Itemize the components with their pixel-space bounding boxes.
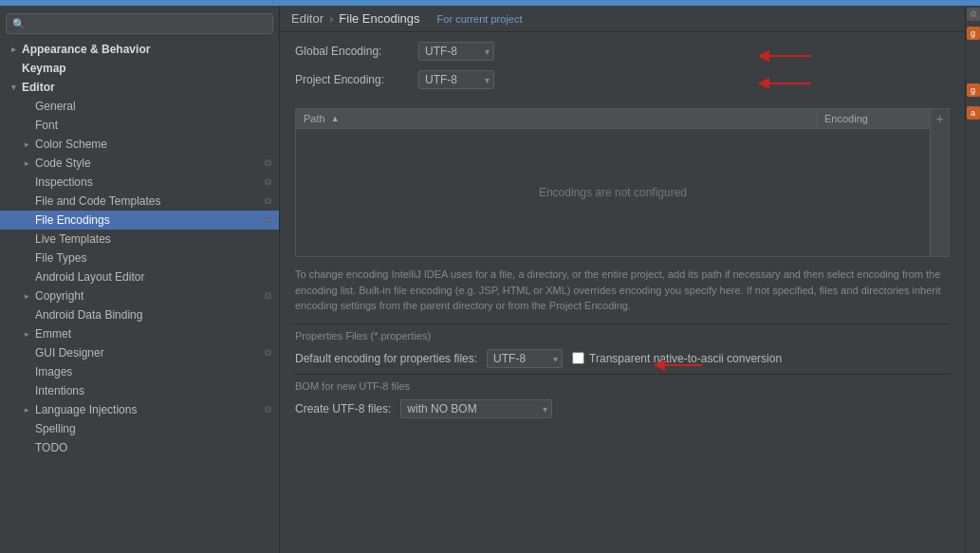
- sidebar-item-label-general: General: [35, 100, 76, 113]
- breadcrumb-parent[interactable]: Editor: [291, 11, 324, 26]
- encoding-section: Global Encoding: UTF-8 Project Encoding:…: [280, 32, 965, 108]
- bom-row: Create UTF-8 files: with NO BOM: [295, 399, 950, 418]
- sidebar-item-label-language-injections: Language Injections: [35, 403, 137, 416]
- sidebar-item-color-scheme[interactable]: Color Scheme: [0, 135, 279, 154]
- properties-encoding-select[interactable]: UTF-8: [487, 349, 563, 368]
- copy-icon-file-encodings: ⧉: [265, 214, 271, 226]
- bom-section-title: BOM for new UTF-8 files: [295, 380, 950, 392]
- sidebar-item-label-editor: Editor: [22, 81, 55, 94]
- bom-select[interactable]: with NO BOM: [400, 399, 552, 418]
- editor-arrow-icon: [8, 82, 19, 93]
- emmet-arrow-icon: [21, 328, 32, 340]
- project-encoding-label: Project Encoding:: [295, 73, 418, 86]
- sidebar-item-label-copyright: Copyright: [35, 289, 83, 303]
- search-input[interactable]: [29, 17, 267, 30]
- properties-section: Properties Files (*.properties) Default …: [280, 324, 965, 374]
- sidebar-item-label-file-code-templates: File and Code Templates: [35, 194, 161, 208]
- default-encoding-label: Default encoding for properties files:: [295, 352, 477, 365]
- sidebar-item-gui-designer[interactable]: GUI Designer⧉: [0, 343, 279, 362]
- transparent-checkbox-label: Transparent native-to-ascii conversion: [589, 352, 782, 365]
- table-area: Path ▲ Encoding Encodings are not config…: [295, 108, 950, 257]
- sidebar-item-images[interactable]: Images: [0, 362, 279, 381]
- sidebar-item-android-layout-editor[interactable]: Android Layout Editor: [0, 267, 279, 286]
- for-current-project-link[interactable]: For current project: [437, 13, 523, 25]
- table-header: Path ▲ Encoding: [296, 109, 930, 129]
- color-scheme-arrow-icon: [21, 138, 32, 150]
- content-area: Editor › File Encodings For current proj…: [280, 6, 965, 553]
- sidebar-item-label-live-templates: Live Templates: [35, 232, 111, 246]
- global-encoding-select-wrapper: UTF-8: [418, 42, 494, 61]
- copy-icon-gui-designer: ⧉: [265, 347, 271, 359]
- breadcrumb-current: File Encodings: [339, 11, 419, 26]
- sidebar-item-inspections[interactable]: Inspections⧉: [0, 173, 279, 192]
- sidebar-item-label-android-data-binding: Android Data Binding: [35, 308, 142, 322]
- global-encoding-select[interactable]: UTF-8: [418, 42, 494, 61]
- search-box[interactable]: 🔍: [6, 13, 273, 34]
- table-main: Path ▲ Encoding Encodings are not config…: [296, 109, 930, 256]
- sidebar-item-live-templates[interactable]: Live Templates: [0, 230, 279, 249]
- sidebar-item-keymap[interactable]: Keymap: [0, 59, 279, 78]
- sidebar-item-label-emmet: Emmet: [35, 327, 71, 341]
- bom-select-wrapper: with NO BOM: [400, 399, 552, 418]
- table-path-column-header[interactable]: Path ▲: [296, 109, 816, 128]
- right-panel-icon-3[interactable]: g: [967, 83, 980, 97]
- copy-icon-language-injections: ⧉: [265, 404, 271, 415]
- copy-icon-file-code-templates: ⧉: [265, 195, 271, 207]
- sidebar-item-file-types[interactable]: File Types: [0, 249, 279, 267]
- sidebar-item-spelling[interactable]: Spelling: [0, 419, 279, 438]
- appearance-arrow-icon: [8, 44, 19, 55]
- sidebar-item-editor[interactable]: Editor: [0, 78, 279, 97]
- properties-row: Default encoding for properties files: U…: [295, 349, 950, 368]
- code-style-arrow-icon: [21, 157, 32, 169]
- sidebar-item-code-style[interactable]: Code Style⧉: [0, 154, 279, 173]
- project-encoding-select-wrapper: UTF-8: [418, 70, 494, 89]
- content-header: Editor › File Encodings For current proj…: [280, 6, 965, 32]
- sidebar-item-label-android-layout-editor: Android Layout Editor: [35, 270, 144, 284]
- sidebar-item-general[interactable]: General: [0, 97, 279, 116]
- sidebar-item-language-injections[interactable]: Language Injections⧉: [0, 400, 279, 419]
- right-panel: ⚙ g g a: [965, 6, 980, 553]
- sidebar-item-label-gui-designer: GUI Designer: [35, 346, 104, 359]
- sidebar-item-label-font: Font: [35, 119, 58, 132]
- sidebar-item-label-appearance: Appearance & Behavior: [22, 43, 150, 56]
- global-encoding-row: Global Encoding: UTF-8: [295, 42, 950, 61]
- sidebar-item-intentions[interactable]: Intentions: [0, 381, 279, 400]
- sidebar-item-android-data-binding[interactable]: Android Data Binding: [0, 305, 279, 324]
- sidebar-item-copyright[interactable]: Copyright⧉: [0, 286, 279, 305]
- sidebar-item-file-code-templates[interactable]: File and Code Templates⧉: [0, 192, 279, 211]
- sidebar-item-label-color-scheme: Color Scheme: [35, 138, 107, 151]
- copyright-arrow-icon: [21, 290, 32, 302]
- sidebar-item-emmet[interactable]: Emmet: [0, 324, 279, 343]
- copy-icon-inspections: ⧉: [265, 176, 271, 188]
- right-panel-icon-2[interactable]: g: [967, 27, 980, 40]
- breadcrumb-separator: ›: [329, 11, 333, 26]
- sidebar: 🔍 Appearance & BehaviorKeymapEditorGener…: [0, 6, 280, 553]
- table-encoding-column-header[interactable]: Encoding: [816, 109, 930, 128]
- bom-create-label: Create UTF-8 files:: [295, 402, 391, 415]
- bom-section: BOM for new UTF-8 files Create UTF-8 fil…: [280, 375, 965, 424]
- add-encoding-button[interactable]: +: [931, 109, 950, 128]
- sort-indicator: ▲: [331, 114, 340, 123]
- copy-icon-copyright: ⧉: [265, 290, 271, 302]
- sidebar-item-label-intentions: Intentions: [35, 384, 84, 397]
- sidebar-item-label-file-types: File Types: [35, 251, 86, 265]
- sidebar-item-file-encodings[interactable]: File Encodings⧉: [0, 211, 279, 230]
- right-panel-icon-1[interactable]: ⚙: [967, 8, 980, 21]
- sidebar-item-label-keymap: Keymap: [22, 62, 66, 75]
- copy-icon-code-style: ⧉: [265, 157, 271, 169]
- properties-section-title: Properties Files (*.properties): [295, 330, 950, 341]
- search-icon: 🔍: [12, 18, 26, 30]
- global-encoding-label: Global Encoding:: [295, 45, 418, 58]
- sidebar-item-label-spelling: Spelling: [35, 422, 76, 435]
- transparent-checkbox-wrapper: Transparent native-to-ascii conversion: [572, 352, 782, 365]
- properties-encoding-select-wrapper: UTF-8: [487, 349, 563, 368]
- project-encoding-select[interactable]: UTF-8: [418, 70, 494, 89]
- right-panel-icon-4[interactable]: a: [967, 106, 980, 120]
- transparent-checkbox[interactable]: [572, 352, 584, 364]
- project-encoding-row: Project Encoding: UTF-8: [295, 70, 950, 89]
- sidebar-item-todo[interactable]: TODO: [0, 438, 279, 457]
- table-empty-message: Encodings are not configured: [296, 129, 930, 256]
- sidebar-item-appearance[interactable]: Appearance & Behavior: [0, 40, 279, 59]
- description-text: To change encoding IntelliJ IDEA uses fo…: [280, 257, 965, 323]
- sidebar-item-font[interactable]: Font: [0, 116, 279, 135]
